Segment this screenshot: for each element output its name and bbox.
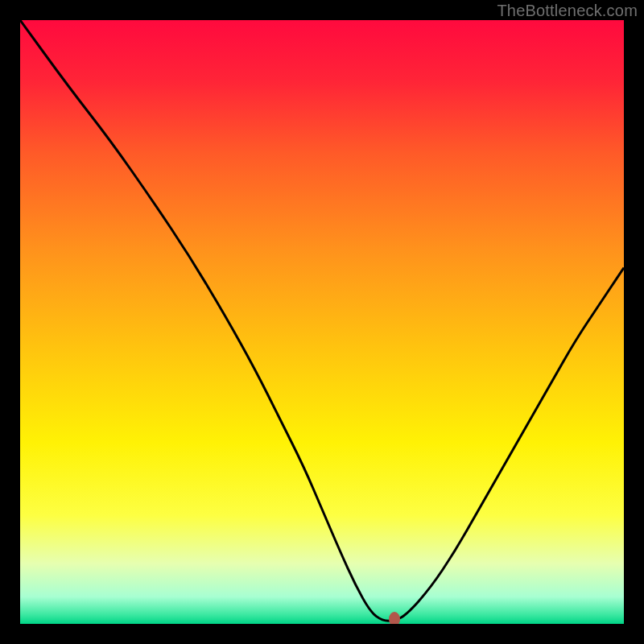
- watermark-text: TheBottleneck.com: [497, 2, 638, 20]
- plot-area: [20, 20, 624, 624]
- gradient-background: [20, 20, 624, 624]
- chart-svg: [20, 20, 624, 624]
- chart-frame: TheBottleneck.com: [0, 0, 644, 644]
